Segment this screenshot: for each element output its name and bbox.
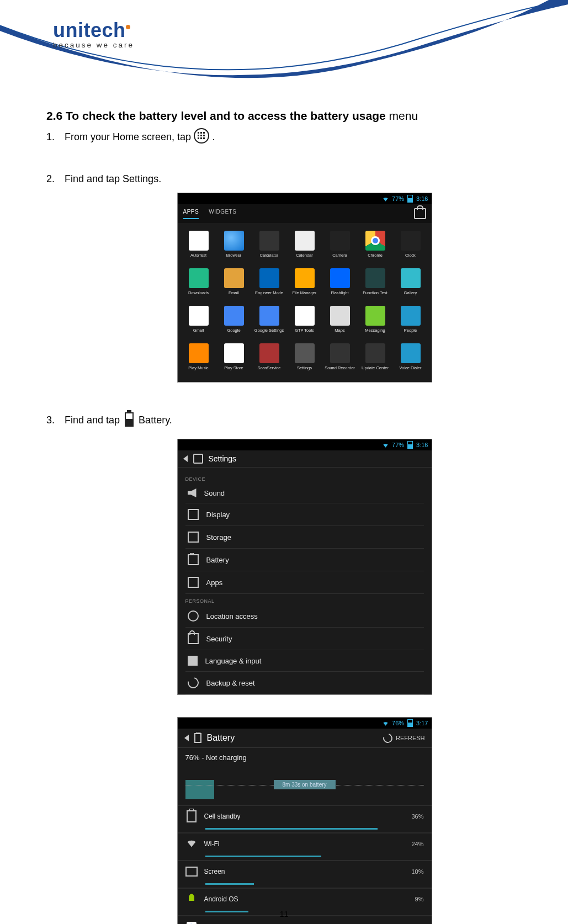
step-1-text-after: . xyxy=(212,131,215,142)
section-heading: 2.6 To check the battery level and to ac… xyxy=(46,109,562,123)
settings-row-sound[interactable]: Sound xyxy=(185,483,424,503)
settings-row-apps[interactable]: Apps xyxy=(185,571,424,594)
play-store-shortcut-icon[interactable] xyxy=(414,208,426,219)
wifi-icon xyxy=(383,196,389,202)
settings-title-bar[interactable]: Settings xyxy=(178,450,432,468)
settings-row-storage[interactable]: Storage xyxy=(185,526,424,549)
app-icon xyxy=(224,268,244,288)
page-header: unitech because we care xyxy=(0,0,568,94)
app-google-settings[interactable]: Google Settings xyxy=(252,306,287,333)
app-email[interactable]: Email xyxy=(216,268,252,296)
back-icon[interactable] xyxy=(183,455,188,462)
settings-row-language-input[interactable]: ALanguage & input xyxy=(185,650,424,672)
statusbar: 76% 3:17 xyxy=(178,718,432,729)
app-function-test[interactable]: Function Test xyxy=(358,268,393,296)
settings-row-location-access[interactable]: Location access xyxy=(185,605,424,628)
app-label: Email xyxy=(229,291,239,296)
app-scanservice[interactable]: ScanService xyxy=(252,343,287,371)
section-title-thin: menu xyxy=(389,109,418,122)
sound-icon xyxy=(188,488,197,497)
app-label: Camera xyxy=(332,253,347,258)
app-gtp-tools[interactable]: GTP Tools xyxy=(287,306,322,333)
app-label: Google xyxy=(227,328,240,333)
app-calculator[interactable]: Calculator xyxy=(252,231,287,258)
step-2-text: Find and tap Settings. xyxy=(65,173,161,184)
battery-usage-screen[interactable]: Screen10% xyxy=(178,860,432,888)
refresh-button[interactable]: REFRESH xyxy=(383,734,425,743)
usage-pct: 24% xyxy=(404,841,424,847)
app-icon xyxy=(224,231,244,251)
app-google[interactable]: Google xyxy=(216,306,252,333)
backup-icon xyxy=(185,675,200,690)
battery-graph-fill xyxy=(185,780,214,799)
app-gallery[interactable]: Gallery xyxy=(393,268,428,296)
screenshot-settings-list: 77% 3:16 Settings DEVICE SoundDisplaySto… xyxy=(177,439,432,695)
app-icon xyxy=(189,268,209,288)
app-downloads[interactable]: Downloads xyxy=(181,268,216,296)
battery-title: Battery xyxy=(207,733,235,743)
app-autotest[interactable]: AutoTest xyxy=(181,231,216,258)
app-label: Gmail xyxy=(193,328,204,333)
step-1: 1. From your Home screen, tap . xyxy=(46,128,562,144)
section-title-bold: To check the battery level and to access… xyxy=(66,109,386,122)
app-engineer-mode[interactable]: Engineer Mode xyxy=(252,268,287,296)
statusbar-time: 3:17 xyxy=(416,720,428,726)
app-icon xyxy=(259,306,279,326)
app-play-store[interactable]: Play Store xyxy=(216,343,252,371)
app-settings[interactable]: Settings xyxy=(287,343,322,371)
settings-row-backup-reset[interactable]: Backup & reset xyxy=(185,672,424,694)
settings-row-label: Apps xyxy=(206,578,223,587)
settings-row-security[interactable]: Security xyxy=(185,628,424,650)
app-label: Chrome xyxy=(368,253,383,258)
app-label: File Manager xyxy=(293,291,317,296)
back-icon[interactable] xyxy=(184,735,189,741)
app-flashlight[interactable]: Flashlight xyxy=(322,268,358,296)
app-label: Calculator xyxy=(260,253,279,258)
app-maps[interactable]: Maps xyxy=(322,306,358,333)
app-label: ScanService xyxy=(257,366,280,371)
tab-widgets[interactable]: WIDGETS xyxy=(209,209,236,219)
app-play-music[interactable]: Play Music xyxy=(181,343,216,371)
settings-row-label: Sound xyxy=(204,489,225,497)
battery-usage-cell-standby[interactable]: Cell standby36% xyxy=(178,805,432,832)
logo-wordmark: unitech xyxy=(53,19,126,41)
app-calendar[interactable]: Calendar xyxy=(287,231,322,258)
app-clock[interactable]: Clock xyxy=(393,231,428,258)
screenshot-battery-detail: 76% 3:17 Battery REFRESH xyxy=(177,717,432,924)
tab-apps[interactable]: APPS xyxy=(183,209,199,219)
app-icon xyxy=(365,306,385,326)
app-messaging[interactable]: Messaging xyxy=(358,306,393,333)
step-3-number: 3. xyxy=(46,415,62,426)
app-browser[interactable]: Browser xyxy=(216,231,252,258)
app-label: Function Test xyxy=(363,291,387,296)
step-3-text-after: Battery. xyxy=(139,415,172,426)
battery-icon xyxy=(194,733,201,743)
app-update-center[interactable]: Update Center xyxy=(358,343,393,371)
app-icon xyxy=(330,268,350,288)
app-label: Calendar xyxy=(296,253,312,258)
app-label: Settings xyxy=(297,366,312,371)
app-label: Engineer Mode xyxy=(255,291,283,296)
app-icon xyxy=(189,306,209,326)
app-chrome[interactable]: Chrome xyxy=(358,231,393,258)
settings-row-display[interactable]: Display xyxy=(185,503,424,526)
app-camera[interactable]: Camera xyxy=(322,231,358,258)
step-1-text-before: From your Home screen, tap xyxy=(65,131,194,142)
battery-graph[interactable]: 8m 33s on battery xyxy=(185,765,424,799)
app-gmail[interactable]: Gmail xyxy=(181,306,216,333)
settings-row-battery[interactable]: Battery xyxy=(185,549,424,571)
app-people[interactable]: People xyxy=(393,306,428,333)
apps-launcher-icon xyxy=(194,128,209,144)
battery-summary: 76% - Not charging xyxy=(178,748,432,765)
app-sound-recorder[interactable]: Sound Recorder xyxy=(322,343,358,371)
app-voice-dialer[interactable]: Voice Dialer xyxy=(393,343,428,371)
app-file-manager[interactable]: File Manager xyxy=(287,268,322,296)
screen-icon xyxy=(185,867,198,877)
content: 2.6 To check the battery level and to ac… xyxy=(46,109,562,924)
logo-dot-icon xyxy=(126,25,130,29)
usage-bar xyxy=(205,828,378,830)
battery-usage-wi-fi[interactable]: Wi-Fi24% xyxy=(178,832,432,860)
app-icon xyxy=(295,306,315,326)
battery-graph-label: 8m 33s on battery xyxy=(273,780,335,789)
generic-icon xyxy=(188,532,199,543)
